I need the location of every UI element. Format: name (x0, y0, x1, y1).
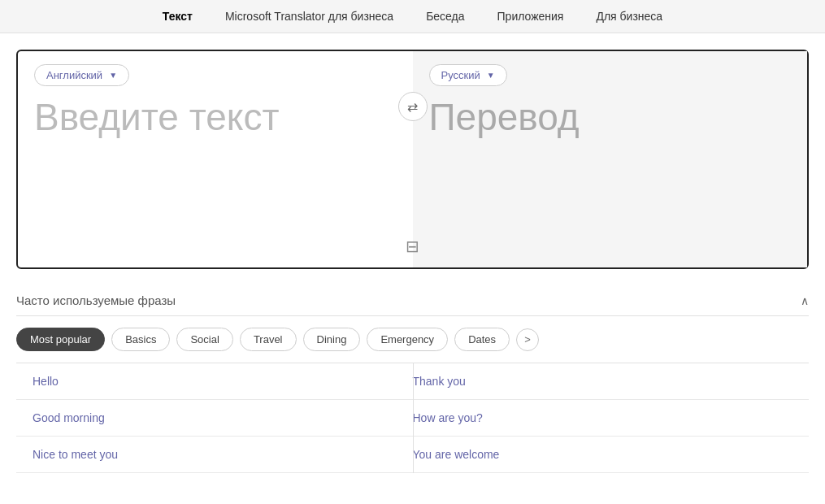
nav-item-text[interactable]: Текст (163, 10, 193, 23)
target-language-selector[interactable]: Русский ▼ (429, 64, 507, 86)
pill-social[interactable]: Social (176, 328, 232, 351)
target-panel: Русский ▼ Перевод (413, 51, 808, 267)
target-language-label: Русский (441, 69, 480, 81)
source-text-placeholder[interactable]: Введите текст (34, 96, 397, 139)
translation-output: Перевод (429, 96, 792, 139)
main-content: Английский ▼ Введите текст ⇄ ⊟ Русский ▼… (0, 33, 825, 473)
phrase-item[interactable]: Thank you (413, 363, 810, 400)
phrase-item[interactable]: Hello (16, 363, 413, 400)
source-language-label: Английский (46, 69, 102, 81)
next-categories-button[interactable]: > (516, 328, 539, 351)
phrase-item[interactable]: How are you? (413, 400, 810, 437)
pill-basics[interactable]: Basics (111, 328, 170, 351)
keyboard-icon[interactable]: ⊟ (406, 237, 419, 256)
source-panel: Английский ▼ Введите текст (18, 51, 413, 267)
pill-most-popular[interactable]: Most popular (16, 328, 105, 351)
category-pills: Most popular Basics Social Travel Dining… (16, 316, 809, 363)
phrases-header: Часто используемые фразы ∧ (16, 285, 809, 316)
pill-emergency[interactable]: Emergency (367, 328, 448, 351)
nav-item-business-translator[interactable]: Microsoft Translator для бизнеса (225, 10, 393, 23)
collapse-icon[interactable]: ∧ (801, 294, 809, 307)
source-language-selector[interactable]: Английский ▼ (34, 64, 129, 86)
nav-item-apps[interactable]: Приложения (497, 10, 564, 23)
list-divider (413, 363, 414, 473)
phrase-list: Hello Thank you Good morning How are you… (16, 363, 809, 473)
translator-box: Английский ▼ Введите текст ⇄ ⊟ Русский ▼… (16, 50, 809, 269)
pill-dining[interactable]: Dining (303, 328, 361, 351)
phrase-item[interactable]: Good morning (16, 400, 413, 437)
nav-item-conversation[interactable]: Беседа (426, 10, 464, 23)
source-lang-arrow-icon: ▼ (109, 71, 117, 80)
swap-languages-button[interactable]: ⇄ (398, 92, 428, 121)
pill-travel[interactable]: Travel (240, 328, 297, 351)
target-lang-arrow-icon: ▼ (487, 71, 495, 80)
top-navigation: Текст Microsoft Translator для бизнеса Б… (0, 0, 825, 33)
nav-item-for-business[interactable]: Для бизнеса (596, 10, 662, 23)
phrases-title: Часто используемые фразы (16, 293, 176, 307)
pill-dates[interactable]: Dates (454, 328, 510, 351)
phrases-section: Часто используемые фразы ∧ Most popular … (16, 285, 809, 473)
phrase-item[interactable]: You are welcome (413, 437, 810, 473)
swap-icon: ⇄ (407, 99, 418, 115)
phrase-item[interactable]: Nice to meet you (16, 437, 413, 473)
